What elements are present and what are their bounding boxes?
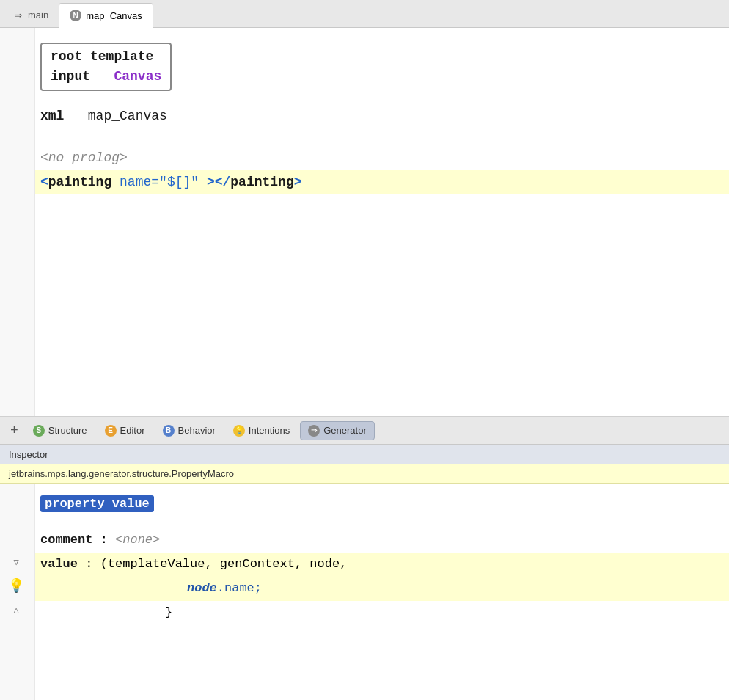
value-expr1: (templateValue, genContext, node, <box>100 557 348 571</box>
prolog-text: <no prolog> <box>40 150 128 165</box>
structure-tab[interactable]: S Structure <box>26 422 95 440</box>
painting-attr-quote1: " <box>159 175 167 189</box>
inspector-code: property value comment : <none> ▽ value … <box>0 484 729 700</box>
intentions-tab[interactable]: 💡 Intentions <box>226 422 297 440</box>
tab-map-canvas-label: map_Canvas <box>86 10 142 21</box>
line-gutter <box>0 28 35 416</box>
canvas-val: Canvas <box>114 69 161 84</box>
behavior-label: Behavior <box>178 425 216 436</box>
nodename-highlight: 💡 node.name; <box>0 577 729 601</box>
value-colon: : <box>85 557 100 571</box>
aspect-bar: + S Structure E Editor B Behavior 💡 Inte… <box>0 417 729 445</box>
value-highlight: ▽ value : (templateValue, genContext, no… <box>0 553 729 577</box>
value-line: ▽ value : (templateValue, genContext, no… <box>40 553 714 577</box>
xml-line: xml map_Canvas <box>40 104 714 128</box>
tab-main-label: main <box>28 10 48 21</box>
property-value-selected: property value <box>40 495 154 512</box>
dot-name: .name; <box>217 581 262 595</box>
inspector-header: Inspector <box>0 445 729 464</box>
nodename-line: 💡 node.name; <box>40 577 714 601</box>
generator-label: Generator <box>323 425 367 436</box>
editor-tab[interactable]: E Editor <box>98 422 153 440</box>
bulb-gutter-icon[interactable]: 💡 <box>7 578 25 596</box>
bulb-icon: 💡 <box>8 575 24 598</box>
painting-line-highlight: <painting name="$[]" ></painting> <box>0 170 729 194</box>
inspector-path-text: jetbrains.mps.lang.generator.structure.P… <box>9 468 234 479</box>
prolog-line: <no prolog> <box>40 146 714 170</box>
inspector-path: jetbrains.mps.lang.generator.structure.P… <box>0 464 729 484</box>
template-box: root template input Canvas <box>40 43 172 91</box>
n-icon: N <box>70 10 81 21</box>
intentions-label: Intentions <box>249 425 290 436</box>
property-value-line: property value <box>40 492 714 517</box>
close-brace: } <box>165 605 172 619</box>
arrow-icon: ⇒ <box>13 10 23 21</box>
painting-line: <painting name="$[]" ></painting> <box>40 170 714 194</box>
triangle-gutter-icon[interactable]: △ <box>7 602 25 620</box>
behavior-icon: B <box>163 425 175 437</box>
collapse-icon[interactable]: ▽ <box>7 554 25 572</box>
intentions-icon: 💡 <box>233 425 245 437</box>
input-kw: input <box>51 69 90 84</box>
tab-bar: ⇒ main N map_Canvas <box>0 0 729 28</box>
comment-line: comment : <none> <box>40 528 714 553</box>
painting-tag-open: <painting <box>40 175 111 189</box>
tab-main[interactable]: ⇒ main <box>3 3 59 27</box>
painting-attr-val: $[] <box>167 175 191 189</box>
node-italic: node <box>187 581 217 595</box>
code-block: root template input Canvas xml map_Canva… <box>40 43 714 194</box>
editor-aspect-icon: E <box>105 425 117 437</box>
behavior-tab[interactable]: B Behavior <box>155 422 223 440</box>
comment-val: <none> <box>115 533 160 547</box>
xml-kw: xml <box>40 109 64 123</box>
generator-tab[interactable]: ⇒ Generator <box>300 421 375 440</box>
painting-attr-quote2: " <box>191 175 199 189</box>
painting-tag-close: ></painting> <box>207 175 302 189</box>
xml-name: map_Canvas <box>72 109 167 123</box>
editor-aspect-label: Editor <box>120 425 145 436</box>
inspector-title: Inspector <box>9 449 48 460</box>
generator-icon: ⇒ <box>308 425 320 437</box>
bottom-section: Inspector jetbrains.mps.lang.generator.s… <box>0 445 729 700</box>
comment-kw: comment <box>40 533 92 547</box>
close-brace-line: △ } <box>40 601 714 625</box>
structure-label: Structure <box>48 425 87 436</box>
add-aspect-button[interactable]: + <box>6 424 23 437</box>
comment-colon: : <box>100 533 115 547</box>
structure-icon: S <box>33 425 45 437</box>
tab-map-canvas[interactable]: N map_Canvas <box>59 3 153 28</box>
painting-attr-name: name= <box>120 175 159 189</box>
value-kw: value <box>40 557 78 571</box>
root-template-kw: root template <box>51 49 153 64</box>
editor-area: root template input Canvas xml map_Canva… <box>0 28 729 417</box>
